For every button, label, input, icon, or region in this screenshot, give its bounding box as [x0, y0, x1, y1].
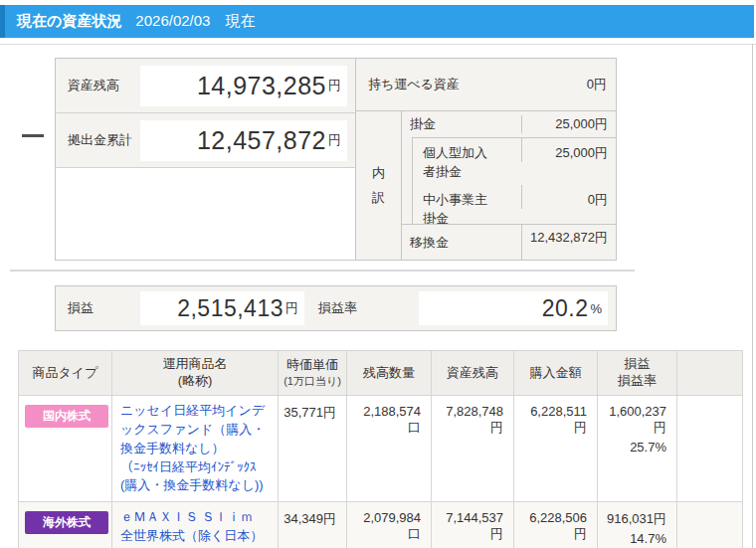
col-units: 残高数量 — [347, 351, 432, 396]
product-row-domestic: 国内株式 ニッセイ日経平均インデックスファンド（購入・換金手数料なし） （ﾆｯｾ… — [19, 396, 743, 502]
chusho-kakekin-label: 中小事業主掛金 — [413, 185, 521, 229]
asset-summary-left: 資産残高 14,973,285 円 拠出金累計 12,457,872 円 — [56, 59, 356, 260]
contribution-total-unit: 円 — [328, 131, 341, 149]
portable-assets-row: 持ち運べる資産 0円 — [356, 59, 616, 111]
asset-balance-unit: 円 — [328, 77, 341, 94]
product-type-cell: 海外株式 — [19, 502, 112, 548]
product-row-foreign: 海外株式 ｅＭＡＸＩＳ Ｓｌｉｍ 全世界株式（除く日本） （eMAXIS Sli… — [19, 502, 743, 548]
kakekin-value: 25,000円 — [521, 115, 616, 133]
asset-balance-value-box: 14,973,285 円 — [140, 66, 347, 106]
col-purchase: 購入金額 — [514, 351, 598, 396]
asset-balance-label: 資産残高 — [56, 77, 140, 94]
purchase-cell: 6,228,506円 — [514, 502, 598, 548]
col-balance: 資産残高 — [432, 351, 514, 396]
balance-cell: 7,144,537円 — [432, 502, 514, 548]
fund-name-cell: ｅＭＡＸＩＳ Ｓｌｉｍ 全世界株式（除く日本） （eMAXIS Slim 全世界… — [112, 502, 279, 548]
portable-assets-value: 0円 — [587, 76, 607, 93]
empty-cell — [677, 502, 743, 548]
products-header-row: 商品タイプ 運用商品名 (略称) 時価単価 (1万口当り) 残高数量 資産残高 … — [19, 351, 743, 396]
fund-name-link[interactable]: ニッセイ日経平均インデックスファンド（購入・換金手数料なし） — [120, 402, 270, 458]
header-accent-bar — [0, 5, 5, 38]
products-section: 商品タイプ 運用商品名 (略称) 時価単価 (1万口当り) 残高数量 資産残高 … — [18, 350, 742, 548]
ikan-kin-row: 移換金 12,432,872円 — [402, 224, 616, 260]
profit-rate-value: 20.2 — [542, 295, 589, 322]
unit-price-cell: 35,771円 — [279, 396, 347, 502]
profit-unit: 円 — [285, 299, 298, 317]
kojin-kakekin-row: 個人型加入者掛金 25,000円 — [413, 138, 616, 185]
contribution-total-row: 拠出金累計 12,457,872 円 — [56, 113, 355, 168]
profit-value: 2,515,413 — [177, 295, 284, 322]
asset-summary-right: 持ち運べる資産 0円 内訳 掛金 25,000円 個人型加入者掛金 25,000… — [356, 59, 616, 260]
profit-loss-cell: 1,600,237円 25.7% — [598, 396, 677, 502]
contribution-total-value-box: 12,457,872 円 — [140, 120, 347, 161]
breakdown-body: 掛金 25,000円 個人型加入者掛金 25,000円 中小事業主掛金 0円 移… — [402, 111, 616, 260]
col-fund-name-main: 運用商品名 — [163, 356, 228, 371]
products-table: 商品タイプ 運用商品名 (略称) 時価単価 (1万口当り) 残高数量 資産残高 … — [18, 350, 743, 548]
units-cell: 2,188,574口 — [347, 396, 432, 502]
empty-cell — [677, 396, 743, 502]
breakdown-label-cell: 内訳 — [356, 111, 402, 260]
col-product-type: 商品タイプ — [19, 351, 112, 396]
profit-rate-unit: % — [590, 301, 602, 316]
page-title: 現在の資産状況 — [17, 12, 121, 31]
ikan-kin-label: 移換金 — [402, 225, 521, 260]
portable-assets-label: 持ち運べる資産 — [368, 76, 460, 93]
kakekin-row: 掛金 25,000円 — [402, 111, 616, 137]
purchase-cell: 6,228,511円 — [514, 396, 598, 502]
balance-cell: 7,828,748円 — [432, 396, 514, 502]
fund-abbr-text[interactable]: （ﾆｯｾｲ日経平均ｲﾝﾃﾞｯｸｽ(購入・換金手数料なし)) — [120, 458, 270, 496]
col-empty — [677, 351, 743, 396]
profit-value-box: 2,515,413 円 — [140, 291, 304, 325]
profit-label: 損益 — [56, 299, 140, 317]
content-right-border — [752, 44, 753, 548]
header-bar: 現在の資産状況 2026/02/03 現在 — [0, 5, 754, 38]
asset-summary-table: 資産残高 14,973,285 円 拠出金累計 12,457,872 円 持ち運… — [55, 58, 617, 261]
col-unit-price-sub: (1万口当り) — [279, 374, 346, 388]
col-profit-loss-sub: 損益率 — [598, 373, 676, 390]
contribution-total-value: 12,457,872 — [197, 126, 326, 155]
profit-loss-cell: 916,031円 14.7% — [598, 502, 677, 548]
content-top-divider — [0, 44, 756, 45]
breakdown-label: 内訳 — [371, 161, 386, 210]
col-unit-price: 時価単価 (1万口当り) — [279, 351, 347, 396]
summary-empty-area — [56, 168, 355, 260]
kojin-kakekin-label: 個人型加入者掛金 — [413, 138, 521, 182]
profit-rate: 14.7% — [602, 531, 666, 546]
fund-name-cell: ニッセイ日経平均インデックスファンド（購入・換金手数料なし） （ﾆｯｾｲ日経平均… — [112, 396, 279, 502]
fund-name-link[interactable]: ｅＭＡＸＩＳ Ｓｌｉｍ 全世界株式（除く日本） — [120, 508, 270, 546]
profit-table: 損益 2,515,413 円 損益率 20.2 % — [55, 285, 617, 331]
col-profit-loss-main: 損益 — [625, 356, 651, 371]
domestic-equity-badge: 国内株式 — [25, 405, 108, 428]
kakekin-detail-block: 個人型加入者掛金 25,000円 中小事業主掛金 0円 — [412, 137, 616, 224]
kakekin-label: 掛金 — [402, 115, 521, 133]
foreign-equity-badge: 海外株式 — [25, 511, 108, 534]
profit-amount: 916,031円 — [607, 511, 666, 526]
profit-rate: 25.7% — [602, 440, 666, 455]
ikan-kin-value: 12,432,872円 — [521, 225, 616, 260]
contribution-total-label: 拠出金累計 — [56, 131, 140, 149]
asset-balance-value: 14,973,285 — [197, 72, 326, 100]
col-fund-name-sub: (略称) — [112, 373, 278, 390]
section-divider — [10, 270, 635, 272]
kojin-kakekin-value: 25,000円 — [521, 138, 616, 162]
product-type-cell: 国内株式 — [19, 396, 112, 502]
unit-price-cell: 34,349円 — [279, 502, 347, 548]
profit-amount: 1,600,237円 — [609, 404, 666, 435]
current-date: 2026/02/03 現在 — [135, 12, 255, 31]
col-profit-loss: 損益 損益率 — [598, 351, 677, 396]
chusho-kakekin-row: 中小事業主掛金 0円 — [413, 185, 616, 224]
bullet-dash — [22, 134, 44, 137]
profit-rate-value-box: 20.2 % — [419, 291, 608, 325]
col-unit-price-main: 時価単価 — [286, 357, 338, 372]
profit-rate-label: 損益率 — [304, 299, 419, 317]
col-fund-name: 運用商品名 (略称) — [112, 351, 279, 396]
chusho-kakekin-value: 0円 — [521, 185, 616, 209]
units-cell: 2,079,984口 — [347, 502, 432, 548]
asset-balance-row: 資産残高 14,973,285 円 — [56, 59, 355, 113]
breakdown-section: 内訳 掛金 25,000円 個人型加入者掛金 25,000円 中小事業主掛金 0… — [356, 111, 616, 260]
